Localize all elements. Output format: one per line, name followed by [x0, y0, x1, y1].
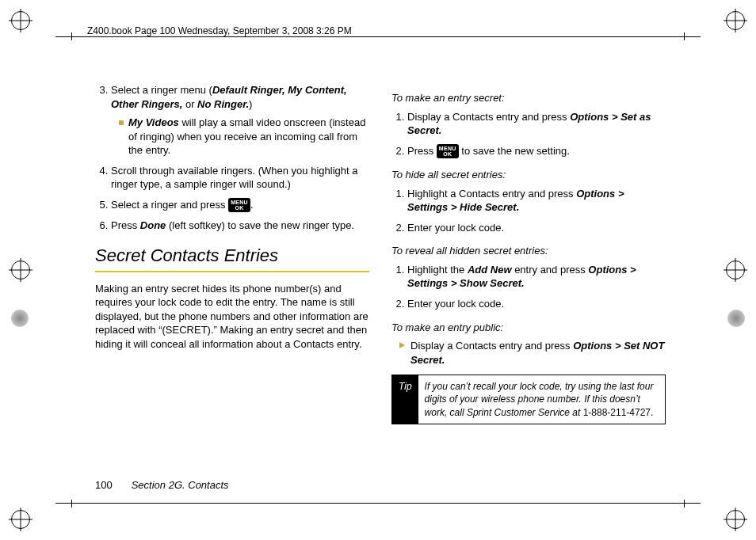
- step-6-b: (left softkey) to save the new ringer ty…: [166, 219, 354, 231]
- task2-step2: Enter your lock code.: [407, 221, 666, 235]
- t1s2b: to save the new setting.: [459, 145, 570, 157]
- step-3-sub: My Videos will play a small video onscre…: [111, 116, 369, 158]
- step-5-a: Select a ringer and press: [111, 199, 228, 211]
- step-3-last: No Ringer.: [197, 98, 249, 110]
- page-footer: 100Section 2G. Contacts: [95, 479, 229, 491]
- t4s1a: Display a Contacts entry and press: [410, 340, 573, 352]
- crop-mark-icon: [11, 11, 30, 30]
- tip-box: Tip If you can’t recall your lock code, …: [391, 375, 666, 424]
- section-intro: Making an entry secret hides its phone n…: [95, 282, 369, 352]
- step-3-or: or: [182, 98, 197, 110]
- t3s1b: entry and press: [512, 264, 589, 276]
- section-label: Section 2G. Contacts: [132, 479, 229, 491]
- step-3-lead: Select a ringer menu (: [111, 84, 212, 96]
- task4-steps: Display a Contacts entry and press Optio…: [391, 339, 666, 367]
- page-header: Z400.book Page 100 Wednesday, September …: [87, 25, 352, 36]
- task3-step2: Enter your lock code.: [407, 297, 666, 311]
- t3s1bold: Add New: [468, 264, 512, 276]
- tick-icon: [684, 500, 685, 508]
- task-reveal-all: To reveal all hidden secret entries:: [391, 244, 666, 258]
- heading-rule: [95, 271, 369, 272]
- t3s1a: Highlight the: [407, 264, 468, 276]
- menu-ok-key-icon: MENUOK: [437, 144, 459, 158]
- page-number: 100: [95, 479, 113, 491]
- my-videos-label: My Videos: [128, 116, 179, 128]
- step-3-close: ): [249, 98, 252, 110]
- step-3: Select a ringer menu (Default Ringer, My…: [111, 83, 369, 158]
- t2s1a: Highlight a Contacts entry and press: [407, 188, 576, 200]
- t1s1a: Display a Contacts entry and press: [407, 111, 570, 123]
- t1s2a: Press: [407, 145, 437, 157]
- task4-step1: Display a Contacts entry and press Optio…: [399, 339, 666, 367]
- crop-mark-icon: [11, 510, 30, 529]
- step-5: Select a ringer and press MENUOK.: [111, 198, 369, 213]
- task-make-secret: To make an entry secret:: [391, 91, 666, 105]
- right-column: To make an entry secret: Display a Conta…: [391, 83, 666, 479]
- crop-mark-icon: [726, 11, 745, 30]
- bottom-rule: [55, 503, 701, 504]
- top-rule: [55, 36, 701, 37]
- ringer-steps: Select a ringer menu (Default Ringer, My…: [95, 83, 369, 233]
- done-softkey: Done: [140, 219, 166, 231]
- task-make-public: To make an entry public:: [391, 321, 666, 335]
- tip-label: Tip: [392, 375, 418, 424]
- menu-ok-key-icon: MENUOK: [228, 198, 250, 212]
- tick-icon: [71, 500, 72, 508]
- task2-step1: Highlight a Contacts entry and press Opt…: [407, 187, 666, 215]
- page-body: Select a ringer menu (Default Ringer, My…: [95, 83, 666, 479]
- crop-mark-icon: [11, 260, 30, 280]
- task-hide-all: To hide all secret entries:: [391, 168, 666, 182]
- tick-icon: [71, 32, 72, 40]
- task3-step1: Highlight the Add New entry and press Op…: [407, 263, 666, 291]
- task1-step2: Press MENUOK to save the new setting.: [407, 144, 666, 159]
- registration-dot-icon: [11, 310, 29, 327]
- step-5-b: .: [250, 199, 254, 211]
- step-4: Scroll through available ringers. (When …: [111, 164, 369, 192]
- tip-body: If you can’t recall your lock code, try …: [418, 375, 665, 424]
- task1-steps: Display a Contacts entry and press Optio…: [391, 110, 666, 159]
- task1-step1: Display a Contacts entry and press Optio…: [407, 110, 666, 138]
- step-6-a: Press: [111, 219, 140, 231]
- step-3-sub-item: My Videos will play a small video onscre…: [119, 116, 369, 158]
- tick-icon: [684, 32, 685, 40]
- task3-steps: Highlight the Add New entry and press Op…: [391, 263, 666, 311]
- crop-mark-icon: [726, 260, 745, 280]
- left-column: Select a ringer menu (Default Ringer, My…: [95, 83, 369, 479]
- tip-phone: 1-888-211-4727.: [583, 407, 654, 418]
- registration-dot-icon: [727, 310, 745, 327]
- section-heading: Secret Contacts Entries: [95, 244, 369, 268]
- step-6: Press Done (left softkey) to save the ne…: [111, 219, 369, 233]
- crop-mark-icon: [726, 510, 745, 529]
- task2-steps: Highlight a Contacts entry and press Opt…: [391, 187, 666, 235]
